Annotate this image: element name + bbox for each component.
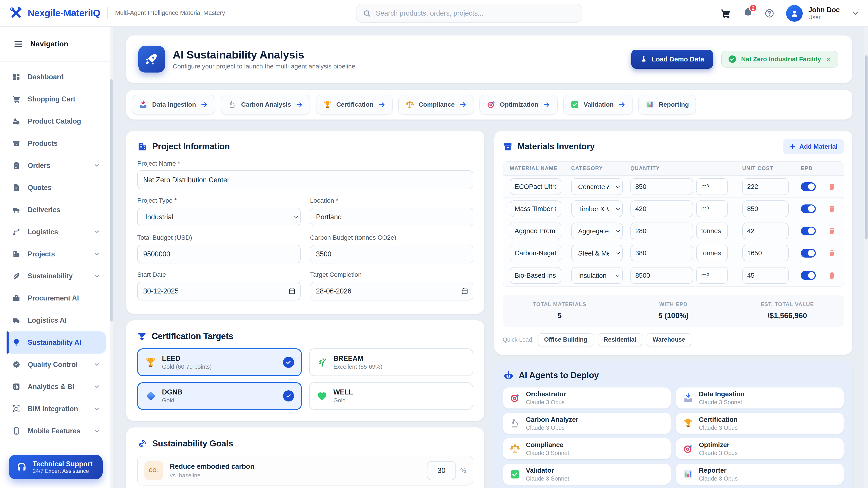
material-cost-input[interactable] bbox=[742, 223, 789, 239]
cert-card-breeam[interactable]: BREEAM Excellent (55-69%) bbox=[309, 348, 473, 376]
step-label: Compliance bbox=[418, 101, 455, 108]
material-quantity-input[interactable] bbox=[630, 178, 693, 195]
agent-card-validator[interactable]: Validator Claude 3 Sonnet bbox=[503, 464, 671, 485]
sidebar-item-procurement-ai[interactable]: Procurement AI bbox=[6, 287, 106, 309]
cert-card-well[interactable]: WELL Gold bbox=[309, 382, 473, 410]
field-label: Total Budget (USD) bbox=[137, 234, 301, 241]
pipeline-step-compliance[interactable]: Compliance bbox=[398, 95, 474, 115]
load-demo-data-button[interactable]: Load Demo Data bbox=[631, 50, 713, 68]
material-category-select[interactable]: Insulation bbox=[571, 267, 623, 284]
material-quantity-input[interactable] bbox=[630, 245, 693, 261]
material-cost-input[interactable] bbox=[742, 267, 789, 284]
column-header: EPD bbox=[801, 165, 813, 171]
sidebar-item-analytics-bi[interactable]: Analytics & BI bbox=[6, 376, 106, 398]
agent-card-optimizer[interactable]: Optimizer Claude 3 Opus bbox=[676, 438, 844, 459]
sidebar-item-projects[interactable]: Projects bbox=[6, 243, 106, 265]
material-name-input[interactable] bbox=[510, 245, 561, 261]
sidebar-item-quotes[interactable]: $ Quotes bbox=[6, 176, 106, 199]
total-budget-input[interactable] bbox=[137, 245, 301, 263]
sidebar-item-mobile-features[interactable]: Mobile Features bbox=[6, 420, 106, 442]
help-icon[interactable] bbox=[765, 8, 774, 18]
epd-toggle[interactable] bbox=[801, 204, 816, 213]
pipeline-step-certification[interactable]: Certification bbox=[316, 95, 393, 115]
global-search[interactable] bbox=[356, 4, 583, 23]
pipeline-step-validation[interactable]: Validation bbox=[563, 95, 633, 115]
hamburger-icon[interactable] bbox=[13, 39, 23, 49]
check-circle-icon bbox=[728, 55, 737, 64]
sidebar-item-sustainability[interactable]: Sustainability bbox=[6, 265, 106, 287]
sidebar-item-bim-integration[interactable]: BIM Integration bbox=[6, 398, 106, 420]
quick-load-residential[interactable]: Residential bbox=[598, 333, 642, 347]
cart-icon[interactable] bbox=[720, 8, 731, 19]
sidebar-item-shopping-cart[interactable]: Shopping Cart bbox=[6, 88, 106, 110]
epd-toggle[interactable] bbox=[801, 271, 816, 280]
material-name-input[interactable] bbox=[510, 267, 561, 284]
quick-load-warehouse[interactable]: Warehouse bbox=[647, 333, 691, 347]
sidebar-item-orders[interactable]: Orders bbox=[6, 154, 106, 176]
target-completion-input[interactable] bbox=[310, 282, 473, 300]
material-category-select[interactable]: Aggregates bbox=[571, 223, 623, 239]
trash-icon[interactable] bbox=[828, 205, 836, 213]
hero-card: AI Sustainability Analysis Configure you… bbox=[126, 35, 852, 83]
sidebar-item-deliveries[interactable]: Deliveries bbox=[6, 199, 106, 221]
page-scrollbar-thumb[interactable] bbox=[865, 55, 867, 240]
sidebar-item-products[interactable]: Products bbox=[6, 132, 106, 154]
pipeline-step-data-ingestion[interactable]: Data Ingestion bbox=[132, 95, 215, 115]
user-menu-chevron-icon[interactable] bbox=[851, 9, 859, 17]
agent-card-carbon-analyzer[interactable]: Carbon Analyzer Claude 3 Opus bbox=[503, 413, 671, 434]
material-cost-input[interactable] bbox=[742, 200, 789, 217]
material-cost-input[interactable] bbox=[742, 178, 789, 195]
pipeline-step-optimization[interactable]: Optimization bbox=[479, 95, 558, 115]
close-icon[interactable] bbox=[826, 56, 832, 62]
trash-icon[interactable] bbox=[828, 183, 836, 191]
pipeline-step-carbon-analysis[interactable]: Carbon Analysis bbox=[221, 95, 311, 115]
sidebar-item-quality-control[interactable]: Quality Control bbox=[6, 354, 106, 376]
material-quantity-input[interactable] bbox=[630, 223, 693, 239]
project-type-select[interactable]: Industrial bbox=[137, 207, 301, 226]
material-name-input[interactable] bbox=[510, 178, 561, 195]
material-category-select[interactable]: Concrete & Ce bbox=[571, 178, 623, 195]
location-input[interactable] bbox=[310, 207, 473, 226]
quick-load-office-building[interactable]: Office Building bbox=[538, 333, 593, 347]
material-quantity-input[interactable] bbox=[630, 267, 693, 284]
agent-card-certification[interactable]: Certification Claude 3 Opus bbox=[676, 413, 844, 434]
material-quantity-input[interactable] bbox=[630, 200, 693, 217]
agent-card-orchestrator[interactable]: Orchestrator Claude 3 Opus bbox=[503, 387, 671, 409]
material-cost-input[interactable] bbox=[742, 245, 789, 261]
material-name-input[interactable] bbox=[510, 200, 561, 217]
material-category-select[interactable]: Timber & Woo bbox=[571, 200, 623, 217]
goal-value-input[interactable] bbox=[427, 461, 456, 480]
search-input[interactable] bbox=[376, 9, 575, 17]
user-avatar[interactable] bbox=[786, 5, 803, 22]
project-name-input[interactable] bbox=[137, 170, 473, 189]
sidebar-item-logistics[interactable]: Logistics bbox=[6, 221, 106, 243]
agent-card-compliance[interactable]: Compliance Claude 3 Sonnet bbox=[503, 438, 671, 459]
user-info[interactable]: John Doe User bbox=[808, 6, 840, 21]
epd-toggle[interactable] bbox=[801, 249, 816, 258]
trash-icon[interactable] bbox=[828, 271, 836, 280]
agent-card-data-ingestion[interactable]: Data Ingestion Claude 3 Sonnet bbox=[676, 387, 844, 409]
technical-support-button[interactable]: Technical Support 24/7 Expert Assistance bbox=[9, 455, 102, 479]
brand[interactable]: Nexgile-MateriIQ Multi-Agent Intelligenc… bbox=[0, 6, 225, 20]
add-material-button[interactable]: Add Material bbox=[783, 139, 844, 155]
section-title: Sustainability Goals bbox=[152, 439, 233, 449]
sidebar-item-sustainability-ai[interactable]: Sustainability AI bbox=[6, 331, 106, 354]
cert-card-leed[interactable]: LEED Gold (60-79 points) bbox=[137, 348, 302, 376]
sidebar-scrollbar-thumb[interactable] bbox=[110, 79, 113, 322]
ep d-toggle[interactable] bbox=[801, 182, 816, 191]
trash-icon[interactable] bbox=[828, 227, 836, 235]
trash-icon[interactable] bbox=[828, 249, 836, 257]
sidebar-item-dashboard[interactable]: Dashboard bbox=[6, 66, 106, 88]
material-name-input[interactable] bbox=[510, 223, 561, 239]
agent-card-reporter[interactable]: Reporter Claude 3 Opus bbox=[676, 464, 844, 485]
pipeline-step-reporting[interactable]: Reporting bbox=[638, 95, 696, 115]
cert-card-dgnb[interactable]: DGNB Gold bbox=[137, 382, 302, 410]
carbon-budget-input[interactable] bbox=[310, 245, 473, 263]
epd-toggle[interactable] bbox=[801, 227, 816, 235]
spiral-icon bbox=[137, 438, 147, 449]
section-title: Certification Targets bbox=[152, 331, 233, 341]
sidebar-item-product-catalog[interactable]: Product Catalog bbox=[6, 110, 106, 132]
material-category-select[interactable]: Steel & Metals bbox=[571, 245, 623, 261]
sidebar-item-logistics-ai[interactable]: Logistics AI bbox=[6, 309, 106, 331]
start-date-input[interactable] bbox=[137, 282, 301, 300]
